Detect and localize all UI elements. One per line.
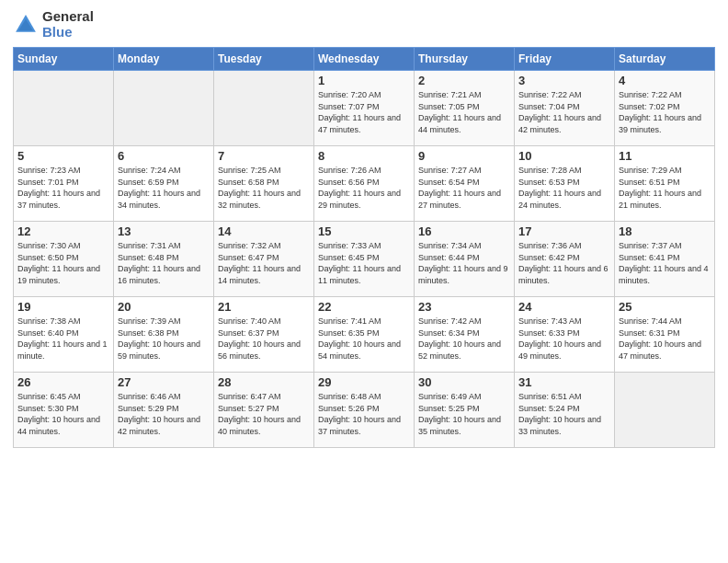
calendar-week-3: 12Sunrise: 7:30 AM Sunset: 6:50 PM Dayli… (14, 222, 715, 297)
calendar-cell: 23Sunrise: 7:42 AM Sunset: 6:34 PM Dayli… (415, 297, 515, 373)
day-content: Sunrise: 6:47 AM Sunset: 5:27 PM Dayligh… (218, 391, 310, 437)
day-content: Sunrise: 7:22 AM Sunset: 7:04 PM Dayligh… (518, 89, 610, 135)
day-content: Sunrise: 7:32 AM Sunset: 6:47 PM Dayligh… (218, 240, 310, 286)
calendar-cell: 2Sunrise: 7:21 AM Sunset: 7:05 PM Daylig… (415, 71, 515, 146)
day-content: Sunrise: 7:41 AM Sunset: 6:35 PM Dayligh… (318, 316, 410, 362)
day-header-monday: Monday (114, 48, 214, 71)
day-number: 18 (619, 224, 711, 238)
calendar-cell: 19Sunrise: 7:38 AM Sunset: 6:40 PM Dayli… (14, 297, 114, 373)
day-number: 21 (218, 300, 310, 314)
day-content: Sunrise: 7:40 AM Sunset: 6:37 PM Dayligh… (218, 316, 310, 362)
day-number: 28 (218, 375, 310, 389)
calendar-cell: 16Sunrise: 7:34 AM Sunset: 6:44 PM Dayli… (415, 222, 515, 297)
day-content: Sunrise: 7:20 AM Sunset: 7:07 PM Dayligh… (318, 89, 410, 135)
day-content: Sunrise: 6:49 AM Sunset: 5:25 PM Dayligh… (418, 391, 510, 437)
day-number: 23 (418, 300, 510, 314)
day-number: 27 (118, 375, 210, 389)
calendar-cell (114, 71, 214, 146)
calendar-header-row: SundayMondayTuesdayWednesdayThursdayFrid… (14, 48, 715, 71)
day-content: Sunrise: 7:39 AM Sunset: 6:38 PM Dayligh… (118, 316, 210, 362)
day-number: 3 (518, 74, 610, 87)
calendar-cell: 13Sunrise: 7:31 AM Sunset: 6:48 PM Dayli… (114, 222, 214, 297)
calendar-cell: 8Sunrise: 7:26 AM Sunset: 6:56 PM Daylig… (314, 146, 415, 222)
calendar-cell: 22Sunrise: 7:41 AM Sunset: 6:35 PM Dayli… (314, 297, 415, 373)
day-number: 31 (518, 375, 610, 389)
calendar-cell: 29Sunrise: 6:48 AM Sunset: 5:26 PM Dayli… (314, 373, 415, 448)
day-header-tuesday: Tuesday (214, 48, 314, 71)
day-content: Sunrise: 7:36 AM Sunset: 6:42 PM Dayligh… (518, 240, 610, 286)
calendar-cell: 1Sunrise: 7:20 AM Sunset: 7:07 PM Daylig… (314, 71, 415, 146)
day-number: 8 (318, 149, 410, 163)
day-content: Sunrise: 7:42 AM Sunset: 6:34 PM Dayligh… (418, 316, 510, 362)
day-content: Sunrise: 6:45 AM Sunset: 5:30 PM Dayligh… (17, 391, 109, 437)
day-number: 29 (318, 375, 410, 389)
calendar-cell: 11Sunrise: 7:29 AM Sunset: 6:51 PM Dayli… (615, 146, 715, 222)
calendar-cell (14, 71, 114, 146)
day-content: Sunrise: 7:25 AM Sunset: 6:58 PM Dayligh… (218, 165, 310, 211)
calendar-week-2: 5Sunrise: 7:23 AM Sunset: 7:01 PM Daylig… (14, 146, 715, 222)
day-number: 30 (418, 375, 510, 389)
day-number: 5 (17, 149, 109, 163)
calendar-cell: 4Sunrise: 7:22 AM Sunset: 7:02 PM Daylig… (615, 71, 715, 146)
calendar-cell: 9Sunrise: 7:27 AM Sunset: 6:54 PM Daylig… (415, 146, 515, 222)
calendar-cell: 20Sunrise: 7:39 AM Sunset: 6:38 PM Dayli… (114, 297, 214, 373)
day-header-thursday: Thursday (415, 48, 515, 71)
calendar-cell: 18Sunrise: 7:37 AM Sunset: 6:41 PM Dayli… (615, 222, 715, 297)
calendar-cell: 12Sunrise: 7:30 AM Sunset: 6:50 PM Dayli… (14, 222, 114, 297)
day-number: 10 (518, 149, 610, 163)
day-number: 13 (118, 224, 210, 238)
day-content: Sunrise: 7:31 AM Sunset: 6:48 PM Dayligh… (118, 240, 210, 286)
day-number: 24 (518, 300, 610, 314)
day-content: Sunrise: 7:30 AM Sunset: 6:50 PM Dayligh… (17, 240, 109, 286)
calendar-cell: 5Sunrise: 7:23 AM Sunset: 7:01 PM Daylig… (14, 146, 114, 222)
day-number: 1 (318, 74, 410, 87)
calendar-week-5: 26Sunrise: 6:45 AM Sunset: 5:30 PM Dayli… (14, 373, 715, 448)
day-header-friday: Friday (515, 48, 615, 71)
day-number: 16 (418, 224, 510, 238)
logo: General Blue (13, 9, 94, 40)
day-number: 12 (17, 224, 109, 238)
day-number: 2 (418, 74, 510, 87)
calendar-cell: 17Sunrise: 7:36 AM Sunset: 6:42 PM Dayli… (515, 222, 615, 297)
logo-icon (13, 12, 39, 38)
day-content: Sunrise: 7:44 AM Sunset: 6:31 PM Dayligh… (619, 316, 711, 362)
calendar-cell: 6Sunrise: 7:24 AM Sunset: 6:59 PM Daylig… (114, 146, 214, 222)
day-number: 15 (318, 224, 410, 238)
calendar-table: SundayMondayTuesdayWednesdayThursdayFrid… (13, 47, 715, 448)
day-content: Sunrise: 7:38 AM Sunset: 6:40 PM Dayligh… (17, 316, 109, 362)
day-header-sunday: Sunday (14, 48, 114, 71)
day-number: 26 (17, 375, 109, 389)
day-content: Sunrise: 7:33 AM Sunset: 6:45 PM Dayligh… (318, 240, 410, 286)
calendar-body: 1Sunrise: 7:20 AM Sunset: 7:07 PM Daylig… (14, 71, 715, 448)
day-number: 7 (218, 149, 310, 163)
day-content: Sunrise: 7:27 AM Sunset: 6:54 PM Dayligh… (418, 165, 510, 211)
day-content: Sunrise: 7:21 AM Sunset: 7:05 PM Dayligh… (418, 89, 510, 135)
day-content: Sunrise: 6:46 AM Sunset: 5:29 PM Dayligh… (118, 391, 210, 437)
day-header-wednesday: Wednesday (314, 48, 415, 71)
day-content: Sunrise: 7:43 AM Sunset: 6:33 PM Dayligh… (518, 316, 610, 362)
calendar-cell: 27Sunrise: 6:46 AM Sunset: 5:29 PM Dayli… (114, 373, 214, 448)
calendar-cell: 14Sunrise: 7:32 AM Sunset: 6:47 PM Dayli… (214, 222, 314, 297)
day-number: 22 (318, 300, 410, 314)
calendar-week-4: 19Sunrise: 7:38 AM Sunset: 6:40 PM Dayli… (14, 297, 715, 373)
day-content: Sunrise: 6:51 AM Sunset: 5:24 PM Dayligh… (518, 391, 610, 437)
calendar-week-1: 1Sunrise: 7:20 AM Sunset: 7:07 PM Daylig… (14, 71, 715, 146)
calendar-cell (214, 71, 314, 146)
calendar-cell: 10Sunrise: 7:28 AM Sunset: 6:53 PM Dayli… (515, 146, 615, 222)
calendar-cell: 24Sunrise: 7:43 AM Sunset: 6:33 PM Dayli… (515, 297, 615, 373)
day-number: 14 (218, 224, 310, 238)
calendar-cell: 3Sunrise: 7:22 AM Sunset: 7:04 PM Daylig… (515, 71, 615, 146)
day-number: 19 (17, 300, 109, 314)
day-number: 20 (118, 300, 210, 314)
calendar-cell (615, 373, 715, 448)
day-number: 17 (518, 224, 610, 238)
day-content: Sunrise: 7:29 AM Sunset: 6:51 PM Dayligh… (619, 165, 711, 211)
day-content: Sunrise: 7:37 AM Sunset: 6:41 PM Dayligh… (619, 240, 711, 286)
header: General Blue (13, 9, 715, 40)
calendar-cell: 25Sunrise: 7:44 AM Sunset: 6:31 PM Dayli… (615, 297, 715, 373)
calendar-cell: 15Sunrise: 7:33 AM Sunset: 6:45 PM Dayli… (314, 222, 415, 297)
day-number: 6 (118, 149, 210, 163)
calendar-cell: 30Sunrise: 6:49 AM Sunset: 5:25 PM Dayli… (415, 373, 515, 448)
day-content: Sunrise: 7:34 AM Sunset: 6:44 PM Dayligh… (418, 240, 510, 286)
logo-text: General Blue (42, 9, 94, 40)
